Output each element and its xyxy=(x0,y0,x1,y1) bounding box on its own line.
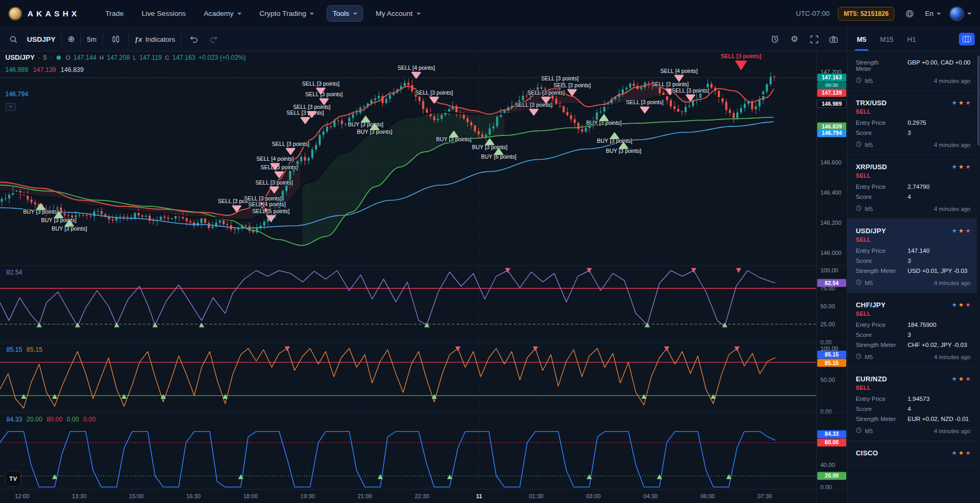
menu-item-crypto-trading[interactable]: Crypto Trading xyxy=(254,6,320,21)
svg-text:06:00: 06:00 xyxy=(700,493,715,499)
divider xyxy=(80,33,81,45)
tradingview-logo[interactable]: TV xyxy=(5,471,21,487)
panel-scrollbar[interactable] xyxy=(977,56,979,145)
nav-right-cluster: UTC-07:00 MT5: 52151826 En xyxy=(796,6,972,21)
svg-text:11: 11 xyxy=(476,493,483,499)
svg-text:13:30: 13:30 xyxy=(72,493,87,499)
svg-text:SELL [3 points]: SELL [3 points] xyxy=(553,82,591,88)
svg-text:146.794: 146.794 xyxy=(822,130,842,136)
signal-detail-row: Entry Price1.94573 xyxy=(856,396,970,402)
signal-direction: SELL xyxy=(856,108,970,115)
svg-text:07:30: 07:30 xyxy=(757,493,772,499)
signal-detail-row: Entry Price2.74790 xyxy=(856,184,970,190)
chart-canvas[interactable]: BUY [3 points]BUY [3 points]BUY [3 point… xyxy=(0,51,847,503)
indicators-button[interactable]: ƒx Indicators xyxy=(135,35,175,43)
clock-icon xyxy=(856,279,862,286)
divider xyxy=(128,33,129,45)
divider xyxy=(61,33,62,45)
svg-text:146.000: 146.000 xyxy=(820,250,842,256)
svg-text:19:30: 19:30 xyxy=(300,493,315,499)
signal-detail-row: Entry Price184.75900 xyxy=(856,322,970,328)
menu-item-live-sessions[interactable]: Live Sessions xyxy=(136,6,191,21)
settings-gear-icon[interactable]: ⚙ xyxy=(788,32,801,46)
signal-footer: M54 minutes ago xyxy=(856,77,970,84)
divider xyxy=(181,33,181,45)
chart-toolbar: USDJPY ⊕ 5m ƒx Indicators ⚙ xyxy=(0,28,980,51)
score-stars-icon: ★★★ xyxy=(951,450,970,456)
svg-text:25.00: 25.00 xyxy=(820,321,835,327)
signal-card[interactable]: USD/JPY★★★SELLEntry Price147.140Score3St… xyxy=(847,219,977,293)
brand[interactable]: AKASHX xyxy=(8,7,80,21)
alert-clock-icon[interactable] xyxy=(768,32,782,46)
timeframe-tabs: M5 M15 H1 xyxy=(847,28,980,51)
svg-text:SELL [3 points]: SELL [3 points] xyxy=(272,141,309,147)
svg-text:SELL [4 points]: SELL [4 points] xyxy=(256,156,294,162)
menu-item-academy[interactable]: Academy xyxy=(198,6,246,21)
svg-text:100.00: 100.00 xyxy=(820,345,838,352)
menu-item-my-account[interactable]: My Account xyxy=(371,6,426,21)
brand-name: AKASHX xyxy=(27,9,80,18)
undo-icon[interactable] xyxy=(187,32,201,46)
snapshot-camera-icon[interactable] xyxy=(827,32,840,46)
svg-text:16:30: 16:30 xyxy=(186,493,201,499)
signal-card[interactable]: CHF/JPY★★★SELLEntry Price184.75900Score3… xyxy=(847,293,977,367)
menu-item-trade[interactable]: Trade xyxy=(100,6,129,21)
main-menu: Trade Live Sessions Academy Crypto Tradi… xyxy=(100,5,426,22)
signal-detail-row: Strength MeterCHF +0.02, JPY -0.03 xyxy=(856,342,970,348)
signal-detail-row: Strength MeterEUR +0.02, NZD -0.01 xyxy=(856,416,970,422)
clock-icon xyxy=(856,205,862,212)
signal-detail-row: Score4 xyxy=(856,406,970,412)
svg-text:SELL [3 points]: SELL [3 points] xyxy=(528,89,565,96)
timestamp: 4 minutes ago xyxy=(934,428,970,434)
language-selector[interactable]: En xyxy=(925,10,941,17)
brand-logo-icon xyxy=(8,7,22,21)
svg-text:00:30: 00:30 xyxy=(826,82,838,88)
svg-text:SELL [4 points]: SELL [4 points] xyxy=(660,68,698,74)
panel-layout-button[interactable] xyxy=(959,33,975,45)
translate-icon[interactable] xyxy=(903,7,917,21)
svg-text:0.00: 0.00 xyxy=(820,339,831,345)
timestamp: 4 minutes ago xyxy=(934,78,970,84)
trading-chart[interactable]: BUY [3 points]BUY [3 points]BUY [3 point… xyxy=(0,51,847,503)
svg-text:SELL [3 points]: SELL [3 points] xyxy=(672,87,709,94)
tab-h1[interactable]: H1 xyxy=(906,28,917,51)
score-stars-icon: ★★★ xyxy=(951,302,970,308)
signal-direction: SELL xyxy=(856,172,970,179)
signal-footer: M54 minutes ago xyxy=(856,141,970,148)
fx-icon: ƒx xyxy=(135,35,142,43)
signal-footer: M54 minutes ago xyxy=(856,205,970,212)
divider xyxy=(103,33,103,45)
svg-text:146.989: 146.989 xyxy=(822,100,842,107)
svg-text:84.33: 84.33 xyxy=(825,431,838,437)
signal-detail-row: Score3 xyxy=(856,258,970,264)
signal-direction: SELL xyxy=(856,236,970,243)
signal-card[interactable]: TRX/USD★★★SELLEntry Price0.2975Score3M54… xyxy=(847,91,977,155)
compare-add-icon[interactable]: ⊕ xyxy=(68,35,75,43)
collapse-legend-button[interactable]: ^ xyxy=(5,103,16,111)
pair-name: CHF/JPY xyxy=(856,301,885,309)
signal-footer: M54 minutes ago xyxy=(856,353,970,360)
signal-card[interactable]: EUR/NZD★★★SELLEntry Price1.94573Score4St… xyxy=(847,367,977,441)
signal-card[interactable]: CISCO★★★ xyxy=(847,441,977,465)
tab-m15[interactable]: M15 xyxy=(879,28,894,51)
symbol-name[interactable]: USDJPY xyxy=(27,35,56,43)
svg-text:100.00: 100.00 xyxy=(820,267,838,273)
redo-icon[interactable] xyxy=(207,32,220,46)
timezone-label[interactable]: UTC-07:00 xyxy=(796,10,830,17)
candle-style-icon[interactable] xyxy=(109,32,123,46)
score-stars-icon: ★★★ xyxy=(951,164,970,170)
interval-selector[interactable]: 5m xyxy=(87,35,96,43)
signal-detail-row: Entry Price147.140 xyxy=(856,248,970,254)
tab-m5[interactable]: M5 xyxy=(856,28,867,51)
account-menu[interactable] xyxy=(949,6,972,21)
signal-card[interactable]: XRP/USD★★★SELLEntry Price2.74790Score4M5… xyxy=(847,155,977,219)
chevron-down-icon xyxy=(310,13,314,17)
signal-detail-row: Entry Price0.2975 xyxy=(856,120,970,126)
menu-item-tools[interactable]: Tools xyxy=(327,5,363,22)
symbol-search-icon[interactable] xyxy=(6,32,20,46)
pair-name: CISCO xyxy=(856,449,878,457)
fullscreen-icon[interactable] xyxy=(807,32,821,46)
mt5-account-badge[interactable]: MT5: 52151826 xyxy=(838,7,894,21)
svg-text:12:00: 12:00 xyxy=(15,493,30,499)
signal-card[interactable]: Strength MeterGBP +0.00, CAD +0.00M54 mi… xyxy=(847,51,977,91)
